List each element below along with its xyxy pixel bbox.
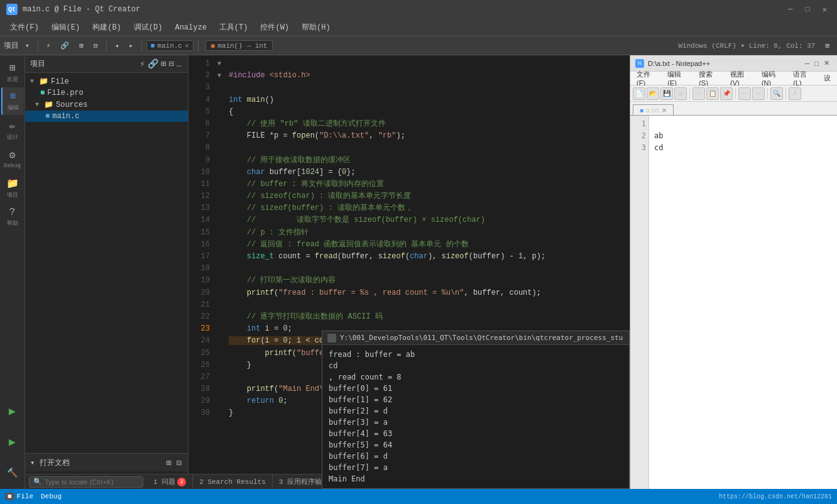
open-docs-more-btn[interactable]: ⊟ (175, 456, 183, 469)
chevron-down-icon: ▾ (30, 458, 35, 468)
welcome-icon: ⊞ (9, 62, 16, 74)
sidebar-item-project[interactable]: 📁 项目 (1, 174, 24, 202)
npp-undo-btn[interactable]: ↩ (738, 87, 751, 100)
build-icon: 🔨 (7, 468, 18, 478)
menu-debug[interactable]: 调试(D) (129, 19, 168, 35)
npp-toolbar-sep3 (767, 88, 768, 99)
menu-file[interactable]: 文件(F) (5, 19, 44, 35)
npp-minimize-btn[interactable]: ─ (805, 60, 810, 67)
menu-controls[interactable]: 控件(W) (255, 19, 294, 35)
menu-help[interactable]: 帮助(H) (297, 19, 336, 35)
menu-tools[interactable]: 工具(T) (214, 19, 253, 35)
npp-toolbar: 📄 📂 💾 ⊞ ✂ 📋 📌 ↩ ↪ 🔍 A (630, 85, 837, 102)
npp-tab-close-btn[interactable]: ✕ (662, 107, 667, 114)
npp-tab-bar: ■ a.txt ✕ (630, 102, 837, 116)
sidebar-item-help[interactable]: ? 帮助 (1, 203, 24, 231)
window-controls[interactable]: ─ □ ✕ (784, 5, 831, 14)
menu-analyze[interactable]: Analyze (170, 21, 211, 35)
terminal-icon (327, 334, 336, 342)
close-button[interactable]: ✕ (819, 5, 831, 14)
terminal-line: buffer[3] = a (329, 417, 623, 428)
search-input[interactable] (45, 478, 139, 486)
npp-open-btn[interactable]: 📂 (647, 87, 659, 100)
toolbar-collapse[interactable]: ⊟ (90, 40, 102, 51)
minimize-button[interactable]: ─ (784, 5, 796, 14)
bottom-tab-label: 2 Search Results (199, 478, 266, 486)
npp-cut-btn[interactable]: ✂ (692, 87, 705, 100)
panel-filter-btn[interactable]: ⚡ (138, 57, 146, 70)
status-run-icon: ■ (5, 493, 14, 500)
npp-toolbar-sep4 (785, 88, 786, 99)
npp-toolbar-sep (689, 88, 690, 99)
npp-save-all-btn[interactable]: ⊞ (674, 87, 687, 100)
terminal-line: buffer[6] = d (329, 451, 623, 462)
toolbar-forward[interactable]: ▸ (125, 40, 137, 51)
npp-line-numbers: 123 (630, 116, 649, 489)
npp-menu-more[interactable]: 设 (820, 72, 834, 84)
c-file-icon: ■ (45, 112, 50, 121)
npp-menubar: 文件(F) 编辑(E) 搜索(S) 视图(V) 编码(N) 语言(L) 设 (630, 72, 837, 85)
panel-collapse-btn[interactable]: ⊟ (167, 57, 175, 70)
toolbar-dropdown[interactable]: ▾ (21, 40, 33, 51)
npp-paste-btn[interactable]: 📌 (720, 87, 733, 100)
open-docs-expand-btn[interactable]: ⊞ (165, 456, 172, 469)
terminal-title: Y:\001_DevelopTools\011_QT\Tools\QtCreat… (340, 334, 623, 342)
toolbar-link[interactable]: 🔗 (57, 40, 73, 51)
npp-code-content[interactable]: ab cd (649, 116, 837, 489)
sidebar-item-debug-run[interactable]: ▶ (1, 428, 24, 456)
npp-redo-btn[interactable]: ↪ (752, 87, 765, 100)
pro-icon: ■ (40, 89, 45, 97)
tree-item-file-pro[interactable]: ■ File.pro (25, 87, 188, 99)
npp-toolbar-sep2 (735, 88, 736, 99)
npp-save-btn[interactable]: 💾 (660, 87, 673, 100)
npp-close-btn[interactable]: ✕ (824, 59, 829, 67)
status-debug-label: Debug (41, 493, 62, 500)
open-docs-header: ▾ 打开文档 ⊞ ⊟ (25, 454, 188, 471)
terminal-line: buffer[1] = 62 (329, 394, 623, 405)
bottom-tab-issues[interactable]: 1 问题 2 (147, 474, 193, 490)
open-docs-label: 打开文档 (40, 457, 70, 468)
sidebar-item-design[interactable]: ✏ 设计 (1, 116, 24, 144)
sidebar-item-debug[interactable]: ⚙ Debug (1, 145, 24, 173)
project-label: 项目 (4, 40, 19, 51)
menu-edit[interactable]: 编辑(E) (46, 19, 85, 35)
sidebar-item-run[interactable]: ▶ (1, 397, 24, 425)
tree-label-file: File (51, 77, 69, 86)
npp-new-btn[interactable]: 📄 (633, 87, 645, 100)
tab-close-icon[interactable]: ✕ (185, 41, 189, 50)
menu-build[interactable]: 构建(B) (87, 19, 126, 35)
npp-zoom-btn[interactable]: A (789, 87, 801, 100)
menubar: 文件(F) 编辑(E) 构建(B) 调试(D) Analyze 工具(T) 控件… (0, 19, 837, 36)
sidebar-item-welcome[interactable]: ⊞ 欢迎 (1, 58, 24, 86)
panel-more-btn[interactable]: … (175, 58, 183, 70)
folder-icon: 📁 (44, 100, 53, 109)
toolbar-back[interactable]: ◂ (111, 40, 123, 51)
panel-link-btn[interactable]: 🔗 (146, 57, 160, 70)
terminal-line: buffer[2] = d (329, 405, 623, 417)
tree-label-main: main.c (52, 112, 79, 121)
tree-item-file-root[interactable]: ▼ 📁 File (25, 75, 188, 87)
npp-tab-a-txt[interactable]: ■ a.txt ✕ (633, 104, 674, 115)
folder-icon: 📁 (39, 77, 48, 86)
toolbar-expand[interactable]: ⊞ (75, 40, 87, 51)
toolbar-expand-right[interactable]: ⊞ (821, 40, 833, 51)
fold-gutter: ▼ ▼ (215, 58, 224, 486)
bottom-tab-search[interactable]: 2 Search Results (193, 474, 273, 490)
npp-maximize-btn[interactable]: □ (814, 60, 819, 67)
sidebar-item-edit[interactable]: ≡ 编辑 (1, 87, 24, 115)
sidebar-item-build[interactable]: 🔨 (1, 459, 24, 486)
npp-find-btn[interactable]: 🔍 (770, 87, 783, 100)
terminal-line: , read count = 8 (329, 371, 623, 383)
debug-icon: ⚙ (9, 149, 16, 162)
tree-item-main-c[interactable]: ■ main.c (25, 111, 188, 122)
npp-editor[interactable]: 123 ab cd (630, 116, 837, 489)
tree-item-sources[interactable]: ▼ 📁 Sources (25, 99, 188, 111)
search-bar[interactable]: 🔍 (29, 476, 143, 488)
terminal-line: buffer[7] = a (329, 462, 623, 473)
npp-copy-btn[interactable]: 📋 (706, 87, 719, 100)
terminal-titlebar: Y:\001_DevelopTools\011_QT\Tools\QtCreat… (322, 331, 629, 345)
panel-expand-btn[interactable]: ⊞ (160, 57, 167, 70)
toolbar-filter[interactable]: ⚡ (43, 40, 55, 51)
editor-tab-name[interactable]: main.c (157, 42, 182, 50)
maximize-button[interactable]: □ (802, 5, 814, 14)
